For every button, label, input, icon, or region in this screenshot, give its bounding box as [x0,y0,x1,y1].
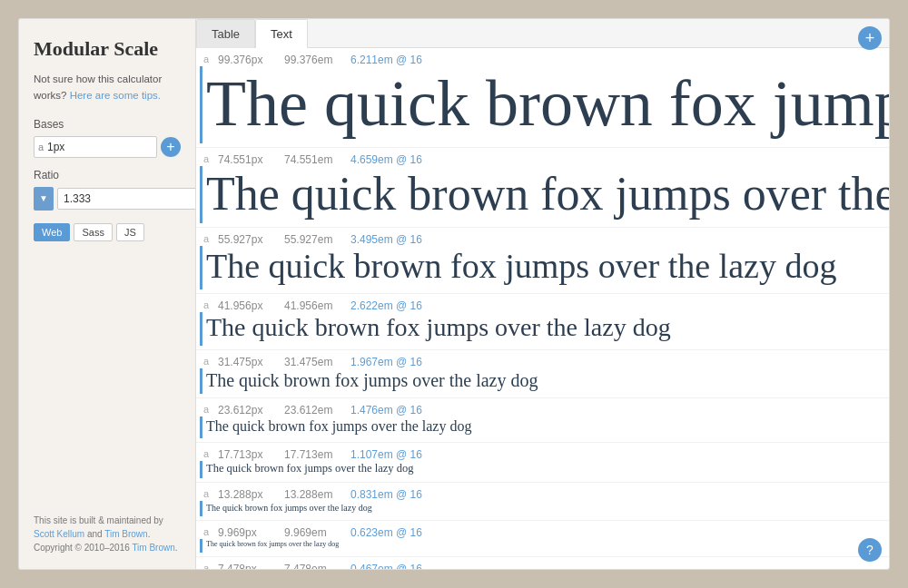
list-item: a 9.969px 9.969em 0.623em @ 16 The quick… [196,521,889,557]
scale-em-base-1: 4.659em @ 16 [350,153,422,166]
list-item: a 74.551px 74.551em 4.659em @ 16 The qui… [196,148,889,228]
ratio-dropdown-button[interactable]: ▼ [34,187,54,211]
scale-em-base-7: 0.831em @ 16 [350,488,422,501]
scale-em-base-4: 1.967em @ 16 [350,356,422,368]
scale-em-9: 7.478em [284,563,343,569]
list-item: a 7.478px 7.478em 0.467em @ 16 The quick… [196,557,889,569]
scale-em-6: 17.713em [284,448,343,461]
scale-em-4: 31.475em [284,356,343,368]
ratio-label: Ratio [34,169,181,181]
scale-meta-a-1: a [203,153,209,164]
main-content: Table Text a 99.376px 99.376em 6.211em @… [195,18,890,570]
scale-meta-a-9: a [203,563,209,569]
scale-meta-a-6: a [203,448,209,459]
ratio-input[interactable] [57,188,206,210]
bases-prefix: a [38,142,44,152]
scale-list: a 99.376px 99.376em 6.211em @ 16 The qui… [196,48,889,569]
scale-text-8: The quick brown fox jumps over the lazy … [200,539,889,553]
scale-meta-a-8: a [203,526,209,537]
scale-px-0: 99.376px [218,54,277,66]
tab-table[interactable]: Table [196,19,255,48]
scale-px-9: 7.478px [218,563,277,569]
scale-em-base-9: 0.467em @ 16 [350,563,422,569]
scale-meta-1: a 74.551px 74.551em 4.659em @ 16 [196,152,889,166]
tab-sass[interactable]: Sass [74,223,112,241]
scale-meta-a-3: a [203,299,209,310]
scale-px-2: 55.927px [218,233,277,246]
scale-em-2: 55.927em [284,233,343,246]
scale-em-3: 41.956em [284,299,343,312]
scale-em-5: 23.612em [284,404,343,416]
scale-meta-3: a 41.956px 41.956em 2.622em @ 16 [196,298,889,312]
list-item: a 41.956px 41.956em 2.622em @ 16 The qui… [196,294,889,350]
scale-text-4: The quick brown fox jumps over the lazy … [200,368,889,394]
bases-input[interactable] [34,136,157,158]
app-title: Modular Scale [34,37,181,61]
bases-label: Bases [34,118,181,131]
scale-em-8: 9.969em [284,526,343,539]
scale-meta-4: a 31.475px 31.475em 1.967em @ 16 [196,354,889,368]
scale-px-4: 31.475px [218,356,277,368]
sidebar-description: Not sure how this calculator works? Here… [34,72,181,103]
scale-meta-a-0: a [203,54,209,64]
sidebar-footer: This site is built & maintained by Scott… [34,514,181,554]
scale-px-7: 13.288px [218,488,277,501]
list-item: a 31.475px 31.475em 1.967em @ 16 The qui… [196,350,889,398]
author1-link[interactable]: Scott Kellum [34,529,84,539]
tab-text[interactable]: Text [255,19,308,48]
scale-px-8: 9.969px [218,526,277,539]
scale-px-6: 17.713px [218,448,277,461]
scale-text-5: The quick brown fox jumps over the lazy … [200,416,889,438]
add-base-button[interactable]: + [161,137,181,157]
scale-px-5: 23.612px [218,404,277,416]
tab-web[interactable]: Web [34,223,70,241]
scale-meta-a-7: a [203,488,209,499]
scale-px-3: 41.956px [218,299,277,312]
scale-text-2: The quick brown fox jumps over the lazy … [200,246,889,289]
scale-meta-5: a 23.612px 23.612em 1.476em @ 16 [196,402,889,416]
scale-text-6: The quick brown fox jumps over the lazy … [200,461,889,479]
copyright-link[interactable]: Tim Brown [132,543,174,553]
scale-meta-a-4: a [203,356,209,367]
scale-meta-9: a 7.478px 7.478em 0.467em @ 16 [196,561,889,569]
format-tabs: Web Sass JS [34,223,181,241]
main-tabs: Table Text [196,19,889,48]
scale-em-0: 99.376em [284,54,343,66]
tab-js[interactable]: JS [116,223,144,241]
bases-row: a + [34,136,181,158]
scale-meta-2: a 55.927px 55.927em 3.495em @ 16 [196,231,889,246]
scale-em-base-2: 3.495em @ 16 [350,233,422,246]
scale-em-base-5: 1.476em @ 16 [350,404,422,416]
scale-text-7: The quick brown fox jumps over the lazy … [200,501,889,516]
scale-em-1: 74.551em [284,153,343,166]
list-item: a 55.927px 55.927em 3.495em @ 16 The qui… [196,228,889,294]
scale-em-base-8: 0.623em @ 16 [350,526,422,539]
scale-meta-0: a 99.376px 99.376em 6.211em @ 16 [196,52,889,66]
list-item: a 17.713px 17.713em 1.107em @ 16 The qui… [196,443,889,484]
tips-link[interactable]: Here are some tips. [70,90,161,101]
add-scale-button[interactable]: + [858,26,882,50]
scale-meta-8: a 9.969px 9.969em 0.623em @ 16 [196,524,889,539]
scale-text-1: The quick brown fox jumps over the l [200,166,889,223]
ratio-row: ▼ [34,187,181,211]
sidebar: Modular Scale Not sure how this calculat… [18,18,195,570]
author2-link[interactable]: Tim Brown [104,529,147,539]
scale-text-3: The quick brown fox jumps over the lazy … [200,312,889,346]
scale-em-base-3: 2.622em @ 16 [350,299,422,312]
list-item: a 23.612px 23.612em 1.476em @ 16 The qui… [196,398,889,443]
scale-meta-a-5: a [203,404,209,415]
scale-em-7: 13.288em [284,488,343,501]
list-item: a 13.288px 13.288em 0.831em @ 16 The qui… [196,483,889,521]
scale-meta-7: a 13.288px 13.288em 0.831em @ 16 [196,486,889,501]
scale-em-base-6: 1.107em @ 16 [350,448,422,461]
scale-meta-a-2: a [203,233,209,244]
bases-input-wrapper: a [34,136,157,158]
help-button[interactable]: ? [858,538,882,562]
scale-em-base-0: 6.211em @ 16 [350,54,422,66]
list-item: a 99.376px 99.376em 6.211em @ 16 The qui… [196,48,889,148]
scale-text-0: The quick brown fox jumps o [200,66,889,143]
scale-meta-6: a 17.713px 17.713em 1.107em @ 16 [196,446,889,461]
scale-px-1: 74.551px [218,153,277,166]
